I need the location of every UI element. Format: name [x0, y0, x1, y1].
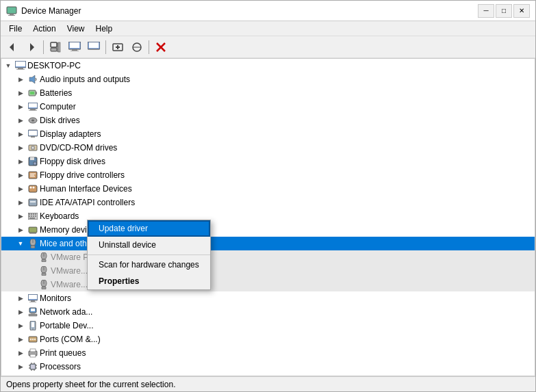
tree-item-vmware1[interactable]: VMware Pointing Device: [1, 250, 535, 264]
app-icon: [6, 5, 17, 16]
monitors-expand[interactable]: ▶: [15, 293, 26, 304]
close-button[interactable]: ✕: [513, 4, 530, 18]
device-tree[interactable]: ▼ DESKTOP-PC ▶ Audio inputs and outputs …: [1, 58, 535, 376]
toolbar-btn-computer[interactable]: [66, 39, 84, 55]
tree-item-floppy[interactable]: ▶ Floppy disk drives: [1, 155, 535, 168]
computer-expand[interactable]: ▶: [15, 101, 26, 112]
tree-item-monitors[interactable]: ▶ Monitors: [1, 291, 535, 305]
vmware2-label: VMware...: [51, 266, 88, 276]
window-controls: ─ □ ✕: [478, 4, 530, 18]
mice-expand[interactable]: ▼: [15, 238, 26, 249]
tree-item-floppyctrl[interactable]: ▶ Floppy drive controllers: [1, 168, 535, 182]
svg-point-93: [32, 328, 34, 330]
processors-expand[interactable]: ▶: [15, 361, 26, 372]
minimize-button[interactable]: ─: [478, 4, 494, 18]
sensors-expand[interactable]: ▶: [15, 375, 26, 376]
tree-item-vmware3[interactable]: VMware...: [1, 278, 535, 291]
svg-point-96: [32, 339, 34, 340]
root-expand[interactable]: ▼: [3, 60, 14, 71]
properties-icon: [50, 42, 61, 53]
memory-expand[interactable]: ▶: [15, 224, 26, 235]
batteries-expand[interactable]: ▶: [15, 88, 26, 99]
audio-icon: [27, 74, 38, 85]
back-button[interactable]: [3, 39, 21, 55]
tree-root[interactable]: ▼ DESKTOP-PC: [1, 59, 535, 73]
ide-expand[interactable]: ▶: [15, 197, 26, 208]
portable-label: Portable Dev...: [40, 321, 93, 330]
portable-expand[interactable]: ▶: [15, 320, 26, 331]
svg-rect-0: [7, 7, 16, 14]
svg-rect-14: [89, 42, 99, 48]
toolbar-btn-properties1[interactable]: [47, 39, 64, 55]
network-expand[interactable]: ▶: [15, 306, 26, 317]
svg-point-97: [34, 339, 36, 340]
tree-item-disk[interactable]: ▶ Disk drives: [1, 114, 535, 127]
ctx-scan[interactable]: Scan for hardware changes: [88, 257, 210, 273]
tree-item-audio[interactable]: ▶ Audio inputs and outputs: [1, 73, 535, 86]
tree-item-memory[interactable]: ▶ Memory devices: [1, 223, 535, 237]
forward-button[interactable]: [23, 39, 40, 55]
disk-expand[interactable]: ▶: [15, 115, 26, 126]
mouse-icon-2: [38, 265, 49, 276]
print-label: Print queues: [40, 348, 86, 358]
dvd-expand[interactable]: ▶: [15, 142, 26, 153]
svg-rect-88: [31, 309, 35, 311]
keyboards-expand[interactable]: ▶: [15, 211, 26, 222]
display-expand[interactable]: ▶: [15, 129, 26, 140]
tree-item-ports[interactable]: ▶ Ports (COM &...): [1, 332, 535, 346]
tree-item-dvd[interactable]: ▶ DVD/CD-ROM drives: [1, 141, 535, 155]
network-label: Network ada...: [40, 307, 92, 317]
hid-icon: [27, 183, 38, 194]
hid-expand[interactable]: ▶: [15, 183, 26, 194]
tree-item-portable[interactable]: ▶ Portable Dev...: [1, 319, 535, 332]
svg-rect-82: [42, 287, 46, 289]
toolbar-btn-delete[interactable]: [152, 39, 170, 55]
svg-rect-85: [31, 300, 35, 302]
tree-item-keyboards[interactable]: ▶ Keyboards: [1, 209, 535, 223]
ctx-update-driver[interactable]: Update driver: [88, 220, 210, 237]
svg-rect-32: [29, 103, 37, 107]
maximize-button[interactable]: □: [496, 4, 512, 18]
floppy-expand[interactable]: ▶: [15, 156, 26, 167]
toolbar-btn-add[interactable]: [109, 39, 127, 55]
svg-rect-30: [30, 92, 34, 94]
svg-rect-26: [16, 69, 25, 70]
tree-item-mice[interactable]: ▼ Mice and other pointing devices: [1, 237, 535, 250]
svg-marker-4: [30, 43, 34, 51]
floppy-icon: [27, 156, 38, 167]
svg-rect-76: [42, 259, 46, 262]
tree-item-sensors[interactable]: ▶ Sensors: [1, 374, 535, 376]
menu-file[interactable]: File: [3, 23, 27, 35]
portable-icon: [27, 320, 38, 331]
vmware3-label: VMware...: [51, 280, 88, 289]
menu-action[interactable]: Action: [27, 23, 61, 35]
display-label: Display adapters: [40, 129, 101, 139]
menu-help[interactable]: Help: [90, 23, 118, 35]
ports-expand[interactable]: ▶: [15, 334, 26, 345]
svg-rect-58: [33, 213, 34, 215]
tree-item-batteries[interactable]: ▶ Batteries: [1, 86, 535, 100]
svg-point-51: [30, 187, 32, 189]
ctx-properties[interactable]: Properties: [88, 273, 210, 289]
print-expand[interactable]: ▶: [15, 348, 26, 358]
tree-item-hid[interactable]: ▶ Human Interface Devices: [1, 182, 535, 196]
floppyctrl-expand[interactable]: ▶: [15, 170, 26, 181]
svg-marker-27: [29, 75, 35, 83]
menu-view[interactable]: View: [62, 23, 90, 35]
tree-item-processors[interactable]: ▶ Processors: [1, 360, 535, 374]
tree-item-vmware2[interactable]: VMware...: [1, 264, 535, 278]
processors-label: Processors: [40, 362, 81, 371]
tree-item-display[interactable]: ▶ Display adapters: [1, 127, 535, 141]
ide-label: IDE ATA/ATAPI controllers: [40, 198, 135, 207]
tree-item-ide[interactable]: ▶ IDE ATA/ATAPI controllers: [1, 196, 535, 209]
floppy-label: Floppy disk drives: [40, 157, 105, 166]
audio-expand[interactable]: ▶: [15, 74, 26, 85]
tree-item-network[interactable]: ▶ Network ada...: [1, 305, 535, 319]
svg-point-36: [31, 120, 34, 122]
tree-item-computer[interactable]: ▶ Computer: [1, 100, 535, 114]
svg-rect-33: [30, 109, 36, 110]
toolbar-btn-scan[interactable]: [128, 39, 146, 55]
toolbar-btn-monitor[interactable]: [85, 39, 103, 55]
ctx-uninstall[interactable]: Uninstall device: [88, 237, 210, 253]
tree-item-print[interactable]: ▶ Print queues: [1, 346, 535, 360]
